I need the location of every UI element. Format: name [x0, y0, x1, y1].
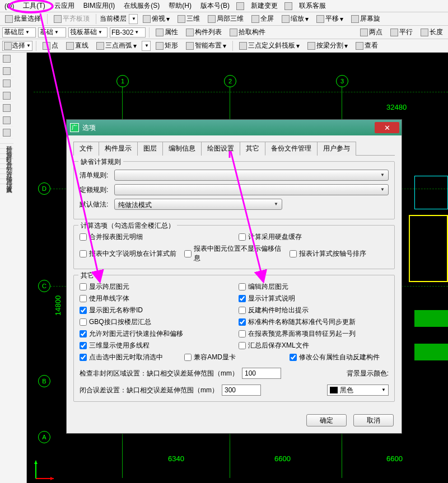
new-change-btn[interactable]: 新建变更: [249, 0, 280, 12]
line-btn[interactable]: 直线: [63, 40, 91, 51]
dim-b2: 6600: [274, 454, 291, 463]
pick-btn[interactable]: 拾取构件: [227, 26, 268, 38]
tool-icon[interactable]: [3, 129, 11, 137]
tab-layer[interactable]: 图层: [137, 142, 163, 156]
beam-split-btn[interactable]: 按梁分割▾: [305, 40, 351, 51]
zoom-btn[interactable]: 缩放▾: [279, 13, 311, 25]
chk-name-with-id[interactable]: 显示图元名称带ID: [80, 306, 230, 315]
slope-btn[interactable]: 三点定义斜筏板▾: [236, 40, 302, 51]
floor-dd[interactable]: ▼: [129, 14, 138, 24]
tool-icon[interactable]: [3, 79, 11, 87]
comp-list-btn[interactable]: 构件列表: [183, 26, 225, 38]
two-pt-btn[interactable]: 两点: [357, 26, 385, 38]
fullscreen-btn[interactable]: 全屏: [249, 13, 277, 25]
smart-btn[interactable]: 智能布置▾: [183, 40, 229, 51]
dd-basic[interactable]: 基础▼: [38, 27, 66, 37]
rotate-icon: [351, 15, 359, 23]
side-trim[interactable]: 修剪: [0, 144, 13, 149]
tool-icon[interactable]: [3, 55, 11, 63]
side-offset[interactable]: 偏移: [0, 169, 13, 174]
chk-edit-cross[interactable]: 编辑跨层图元: [239, 282, 389, 292]
label-gap-a: 检查非封闭区域设置：缺口相交误差延伸范围（mm）: [80, 369, 239, 378]
chk-3d-mt[interactable]: 三维显示使用多线程: [80, 341, 230, 350]
contact-btn[interactable]: 联系客服: [297, 0, 328, 12]
tab-file[interactable]: 文件: [73, 142, 99, 156]
chk-amd[interactable]: 兼容AMD显卡: [184, 353, 283, 362]
chk-fast-stretch[interactable]: 允许对图元进行快速拉伸和偏移: [80, 329, 230, 339]
chk-show-calc-desc[interactable]: 显示计算式说明: [239, 294, 389, 303]
dialog-titlebar[interactable]: 广 选项 ✕: [67, 120, 402, 135]
chk-single-font[interactable]: 使用单线字体: [80, 294, 230, 303]
flat-top-btn[interactable]: 平齐板顶: [51, 13, 92, 25]
side-break[interactable]: 打断: [0, 149, 13, 154]
pan-btn[interactable]: 平移▾: [314, 13, 346, 25]
menu-item[interactable]: (O): [2, 1, 16, 11]
chk-rebuild-hint[interactable]: 反建构件时给出提示: [239, 306, 389, 315]
chk-show-cross[interactable]: 显示跨层图元: [80, 282, 230, 292]
menu-item[interactable]: BIM应用(I): [81, 0, 118, 12]
select-dd[interactable]: 选择▼: [2, 41, 32, 51]
tab-backup[interactable]: 备份文件管理: [265, 142, 318, 156]
chk-save-xml[interactable]: 汇总后保存XML文件: [239, 341, 389, 350]
arc-btn[interactable]: 三点画弧▾: [94, 40, 139, 51]
group-legend: 缺省计算规则: [78, 157, 123, 167]
menu-item-tools[interactable]: 工具(T): [21, 0, 47, 12]
shape-dd[interactable]: ▼: [142, 41, 151, 51]
chk-no-offset[interactable]: 报表中图元位置不显示偏移信息: [184, 244, 283, 263]
dd-quota-rule[interactable]: [114, 184, 389, 195]
parallel-btn[interactable]: 平行: [388, 26, 416, 38]
chk-text-before[interactable]: 报表中文字说明放在计算式前: [80, 244, 179, 263]
top-view-btn[interactable]: 俯视▾: [140, 13, 172, 25]
attr-btn[interactable]: 属性: [153, 26, 181, 38]
tab-draw[interactable]: 绘图设置: [201, 142, 240, 156]
side-merge[interactable]: 合并: [0, 154, 13, 159]
side-grip[interactable]: 设置夹点: [0, 179, 13, 184]
dd-basic-floor[interactable]: 基础层▼: [2, 27, 36, 37]
local-3d-btn[interactable]: 局部三维: [205, 13, 246, 25]
ok-button[interactable]: 确定: [306, 414, 347, 426]
side-extend[interactable]: 延伸: [0, 139, 13, 144]
input-gap-b[interactable]: [222, 384, 261, 396]
view-btn2[interactable]: 查看: [353, 40, 381, 51]
dd-raft[interactable]: 筏板基础▼: [68, 27, 108, 37]
tool-icon[interactable]: [3, 116, 11, 124]
menu-item[interactable]: 版本号(B): [198, 0, 232, 12]
menu-item[interactable]: 帮助(H): [166, 0, 194, 12]
rotate-btn[interactable]: 屏幕旋: [348, 13, 383, 25]
input-gap-a[interactable]: [242, 368, 281, 379]
chk-click-deselect[interactable]: 点击选中图元时取消选中: [80, 353, 179, 362]
dim-b1: 6340: [168, 454, 184, 463]
chk-by-axis[interactable]: 报表计算式按轴号排序: [290, 244, 389, 263]
length-btn[interactable]: 长度: [418, 26, 446, 38]
chk-std-sync[interactable]: 标准构件名称随其标准代号同步更新: [239, 317, 389, 327]
dd-default-method[interactable]: 纯做法模式: [114, 199, 282, 210]
side-align[interactable]: 对齐: [0, 164, 13, 169]
tool-icon[interactable]: [3, 104, 11, 112]
tool-icon[interactable]: [3, 67, 11, 75]
tab-user[interactable]: 用户参与: [317, 142, 356, 156]
point-btn[interactable]: 点: [40, 40, 61, 51]
tab-info[interactable]: 编制信息: [162, 142, 202, 156]
tab-other[interactable]: 其它: [240, 142, 265, 156]
chk-feature-newcol[interactable]: 在报表预览界面将项目特征另起一列: [239, 329, 389, 339]
side-stretch[interactable]: 拉伸: [0, 174, 13, 179]
rect-btn[interactable]: 矩形: [153, 40, 181, 51]
side-split[interactable]: 分割: [0, 159, 13, 164]
menu-item[interactable]: 在线服务(S): [122, 0, 162, 12]
menu-item[interactable]: 云应用: [52, 0, 77, 12]
chk-auto-rebuild[interactable]: 修改公有属性自动反建构件: [290, 353, 389, 362]
dd-bgcolor[interactable]: 黑色: [327, 384, 389, 396]
close-button[interactable]: ✕: [375, 122, 399, 133]
3d-view-btn[interactable]: 三维: [175, 13, 203, 25]
chk-gbq-floor[interactable]: GBQ接口按楼层汇总: [80, 317, 230, 327]
cancel-button[interactable]: 取消: [353, 414, 394, 426]
topview-icon: [143, 15, 151, 23]
options-dialog: 广 选项 ✕ 文件 构件显示 图层 编制信息 绘图设置 其它 备份文件管理 用户…: [66, 119, 402, 434]
chk-disk-cache[interactable]: 计算采用硬盘缓存: [239, 232, 389, 242]
dd-fb302[interactable]: FB-302▼: [110, 27, 146, 37]
batch-select-btn[interactable]: 批量选择: [2, 13, 44, 25]
tab-display[interactable]: 构件显示: [99, 142, 138, 156]
dd-list-rule[interactable]: [114, 170, 389, 181]
chk-merge-detail[interactable]: 合并报表图元明细: [80, 232, 230, 242]
tool-icon[interactable]: [3, 92, 11, 100]
